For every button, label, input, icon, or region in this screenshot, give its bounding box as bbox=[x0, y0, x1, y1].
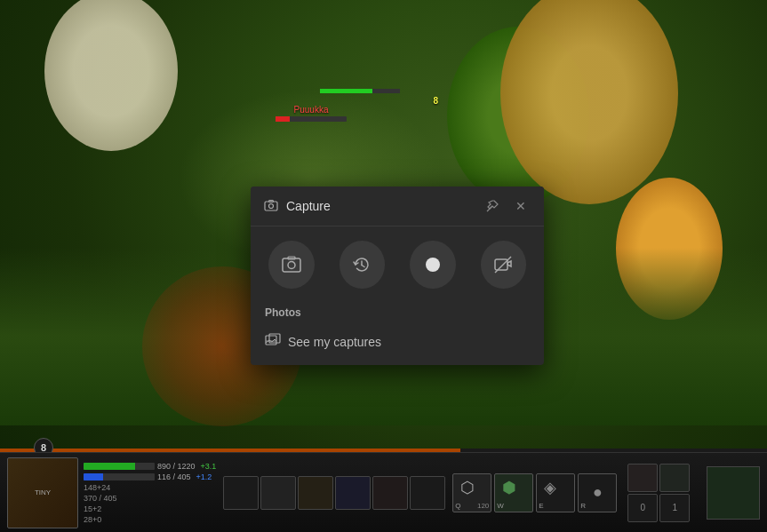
ability-q[interactable]: ⬡ Q 120 bbox=[452, 473, 491, 512]
webcam-button[interactable] bbox=[481, 241, 527, 289]
record-button[interactable] bbox=[410, 241, 456, 289]
sec-item-4[interactable]: 1 bbox=[659, 494, 690, 522]
item-slot-2[interactable] bbox=[260, 476, 296, 510]
capture-title-actions: ✕ bbox=[482, 195, 531, 217]
capture-dialog: Capture ✕ bbox=[251, 187, 544, 365]
hp-fill bbox=[84, 463, 135, 470]
close-icon: ✕ bbox=[515, 199, 526, 213]
hp-delta: +3.1 bbox=[201, 462, 217, 471]
ally-hp-bar-bg bbox=[320, 89, 400, 93]
stat-extra-1: 148+24 bbox=[84, 483, 216, 492]
item-slot-1[interactable] bbox=[223, 476, 259, 510]
ability-w[interactable]: ⬢ W bbox=[494, 473, 533, 512]
hero-portrait: TINY bbox=[7, 457, 78, 528]
see-my-captures-text: See my captures bbox=[288, 335, 381, 349]
ally-hp-fill bbox=[320, 89, 372, 93]
ally-health-bar bbox=[320, 89, 400, 93]
sec-item-1[interactable] bbox=[627, 464, 658, 492]
mp-bar bbox=[84, 473, 155, 480]
secondary-item-slots: 0 1 bbox=[627, 464, 690, 522]
game-background: Puuukka 8 8 TINY 890 / 1220 +3.1 bbox=[0, 0, 767, 532]
svg-line-8 bbox=[362, 266, 364, 267]
ability-e[interactable]: ◈ E bbox=[536, 473, 575, 512]
record-indicator bbox=[426, 258, 440, 272]
ally-hp-number: 8 bbox=[433, 96, 438, 106]
item-slot-4[interactable] bbox=[335, 476, 371, 510]
hp-row: 890 / 1220 +3.1 bbox=[84, 462, 216, 471]
secondary-items-row1 bbox=[627, 464, 690, 492]
item-slot-3[interactable] bbox=[298, 476, 333, 510]
stat-extra-2: 370 / 405 bbox=[84, 494, 216, 503]
capture-dialog-icon bbox=[263, 198, 279, 214]
ability-r[interactable]: ● R bbox=[578, 473, 617, 512]
stat-extra-3: 15+2 bbox=[84, 504, 216, 513]
enemy-hp-bar-bg bbox=[276, 116, 347, 122]
svg-rect-9 bbox=[495, 259, 507, 270]
secondary-items-row2: 0 1 bbox=[627, 494, 690, 522]
captures-gallery-icon bbox=[265, 333, 281, 351]
svg-point-5 bbox=[288, 262, 295, 269]
bg-tree-white bbox=[44, 0, 178, 151]
hud-bar: TINY 890 / 1220 +3.1 116 / 405 +1.2 148+… bbox=[0, 452, 767, 532]
capture-title-bar: Capture ✕ bbox=[251, 187, 544, 226]
svg-rect-0 bbox=[265, 202, 277, 210]
hp-bar bbox=[84, 463, 155, 470]
sec-item-2[interactable] bbox=[659, 464, 690, 492]
item-slots bbox=[223, 476, 445, 510]
mp-fill bbox=[84, 473, 103, 480]
ability-slots: ⬡ Q 120 ⬢ W ◈ E ● R bbox=[452, 473, 617, 512]
pin-button[interactable] bbox=[482, 195, 503, 217]
mp-row: 116 / 405 +1.2 bbox=[84, 472, 216, 481]
item-slot-6[interactable] bbox=[410, 476, 445, 510]
enemy-health-bar: Puuukka bbox=[276, 105, 347, 122]
enemy-name: Puuukka bbox=[294, 105, 329, 115]
replay-button[interactable] bbox=[340, 241, 386, 289]
enemy-hp-fill bbox=[276, 116, 290, 122]
item-slot-5[interactable] bbox=[372, 476, 408, 510]
svg-point-1 bbox=[269, 204, 274, 209]
minimap[interactable] bbox=[707, 466, 760, 520]
capture-buttons-row bbox=[251, 226, 544, 303]
see-my-captures-link[interactable]: See my captures bbox=[251, 326, 544, 365]
photos-label: Photos bbox=[251, 303, 544, 326]
screenshot-button[interactable] bbox=[268, 241, 315, 289]
sec-item-3[interactable]: 0 bbox=[627, 494, 658, 522]
mp-value: 116 / 405 bbox=[157, 472, 191, 481]
stat-extra-4: 28+0 bbox=[84, 515, 216, 524]
close-button[interactable]: ✕ bbox=[510, 195, 531, 217]
capture-title: Capture bbox=[286, 199, 475, 213]
mp-delta: +1.2 bbox=[196, 472, 212, 481]
hp-value: 890 / 1220 bbox=[157, 462, 196, 471]
hero-name-label: TINY bbox=[35, 488, 51, 496]
hero-stats: 890 / 1220 +3.1 116 / 405 +1.2 148+24 37… bbox=[84, 462, 216, 524]
svg-rect-4 bbox=[283, 258, 300, 272]
